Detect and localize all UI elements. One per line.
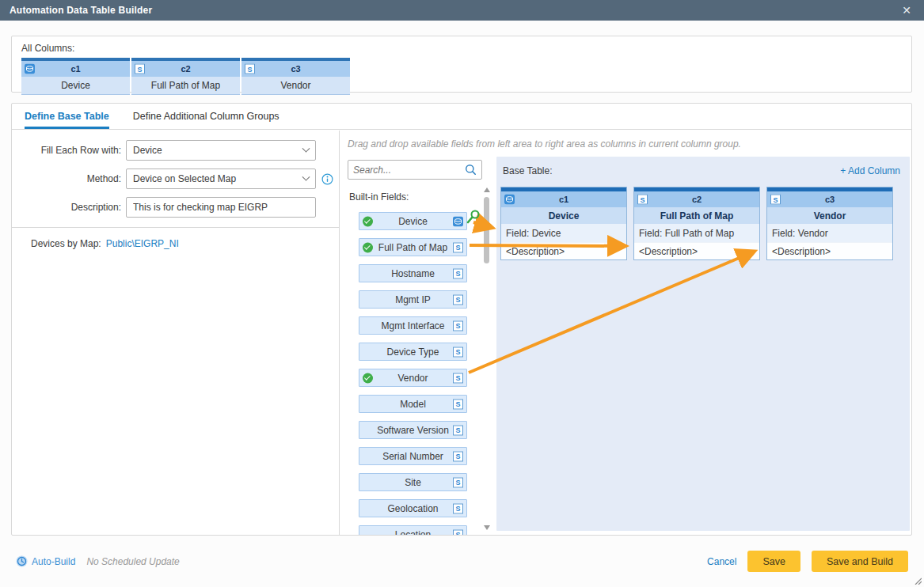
schedule-status: No Scheduled Update <box>86 556 179 567</box>
tab-bar: Define Base Table Define Additional Colu… <box>12 104 911 130</box>
all-columns-label: All Columns: <box>21 43 902 54</box>
string-type-icon: S <box>453 320 463 331</box>
column-description[interactable]: <Description> <box>767 242 892 259</box>
column-name: Vendor <box>241 77 350 94</box>
chevron-down-icon <box>302 172 310 180</box>
string-type-icon: S <box>135 64 145 74</box>
available-fields-panel: Built-in Fields: Device Full Path of Map… <box>348 160 490 535</box>
column-name: Full Path of Map <box>634 207 759 224</box>
fill-each-row-select[interactable]: Device <box>126 140 316 161</box>
devices-by-map-label: Devices by Map: <box>31 238 101 249</box>
string-type-icon: S <box>637 195 648 205</box>
search-input[interactable] <box>353 165 465 176</box>
column-description[interactable]: <Description> <box>634 242 759 259</box>
string-type-icon: S <box>453 451 463 461</box>
selected-check-icon <box>363 242 373 252</box>
column-name: Device <box>501 207 626 224</box>
column-id: c3 <box>291 64 300 74</box>
column-card-c3[interactable]: S c3 Vendor Field: Vendor <Description> <box>766 187 893 260</box>
column-id: c2 <box>181 64 190 74</box>
field-serial-number[interactable]: Serial Number S <box>359 447 467 465</box>
base-table-panel: Base Table: + Add Column c1 Device Fi <box>496 157 910 531</box>
all-columns-table: c1 Device S c2 Full Path of Map S c3 Ven… <box>21 58 902 95</box>
string-type-icon: S <box>453 425 463 435</box>
string-type-icon: S <box>453 294 463 305</box>
save-button[interactable]: Save <box>747 551 800 572</box>
field-software-version[interactable]: Software Version S <box>359 421 467 439</box>
divider <box>12 227 339 228</box>
clock-icon <box>16 555 28 567</box>
all-columns-col-c3[interactable]: S c3 Vendor <box>241 58 350 95</box>
resize-handle[interactable] <box>914 577 922 585</box>
method-select[interactable]: Device on Selected Map <box>126 169 316 189</box>
base-table-label: Base Table: <box>503 165 553 176</box>
info-icon[interactable] <box>321 173 333 185</box>
tab-define-base-table[interactable]: Define Base Table <box>25 104 109 129</box>
selected-check-icon <box>363 373 373 383</box>
column-name: Full Path of Map <box>131 77 240 94</box>
all-columns-col-c2[interactable]: S c2 Full Path of Map <box>131 58 240 95</box>
built-in-fields-label: Built-in Fields: <box>349 191 490 203</box>
field-mgmt-ip[interactable]: Mgmt IP S <box>359 290 467 309</box>
table-definition-section: Define Base Table Define Additional Colu… <box>11 103 912 536</box>
column-field[interactable]: Field: Device <box>501 224 626 242</box>
column-id: c3 <box>825 195 835 204</box>
column-id: c2 <box>692 195 702 204</box>
field-mgmt-interface[interactable]: Mgmt Interface S <box>359 316 467 335</box>
tab-define-additional-column-groups[interactable]: Define Additional Column Groups <box>133 104 279 129</box>
all-columns-col-c1[interactable]: c1 Device <box>21 58 130 95</box>
column-card-c2[interactable]: S c2 Full Path of Map Field: Full Path o… <box>633 187 760 260</box>
column-name: Device <box>21 77 130 94</box>
column-id: c1 <box>70 64 80 74</box>
device-type-icon <box>504 195 515 205</box>
method-label: Method: <box>12 173 126 184</box>
description-input[interactable] <box>133 202 309 213</box>
drag-drop-hint: Drag and drop available fields from left… <box>348 138 911 150</box>
column-name: Vendor <box>767 207 892 224</box>
string-type-icon: S <box>453 477 463 487</box>
add-column-button[interactable]: + Add Column <box>840 165 900 176</box>
base-table-settings-form: Fill Each Row with: Device Method: Devic… <box>12 131 339 535</box>
string-type-icon: S <box>453 373 463 383</box>
scroll-down-arrow-icon[interactable] <box>484 525 490 530</box>
field-site[interactable]: Site S <box>359 473 467 491</box>
fill-each-row-value: Device <box>133 145 162 156</box>
scrollbar-thumb[interactable] <box>484 197 489 263</box>
auto-build-button[interactable]: Auto-Build <box>16 555 75 567</box>
field-geolocation[interactable]: Geolocation S <box>359 499 467 517</box>
field-device-type[interactable]: Device Type S <box>359 343 467 361</box>
cancel-button[interactable]: Cancel <box>707 556 736 567</box>
device-type-icon <box>25 64 35 74</box>
search-icon[interactable] <box>465 164 477 176</box>
description-field-wrap <box>126 197 316 218</box>
devices-by-map-link[interactable]: Public\EIGRP_NI <box>106 238 179 249</box>
device-type-icon <box>453 216 463 226</box>
column-id: c1 <box>559 195 568 204</box>
column-field[interactable]: Field: Vendor <box>767 224 892 242</box>
field-hostname[interactable]: Hostname S <box>359 264 467 282</box>
string-type-icon: S <box>453 347 463 357</box>
field-search-box <box>348 160 482 180</box>
field-full-path-of-map[interactable]: Full Path of Map S <box>359 238 467 256</box>
method-value: Device on Selected Map <box>133 173 236 184</box>
all-columns-section: All Columns: c1 Device S c2 Full Path of… <box>11 36 912 93</box>
column-card-c1[interactable]: c1 Device Field: Device <Description> <box>500 187 627 260</box>
string-type-icon: S <box>770 195 781 205</box>
string-type-icon: S <box>453 242 463 252</box>
field-model[interactable]: Model S <box>359 395 467 413</box>
column-builder-area: Drag and drop available fields from left… <box>339 131 911 535</box>
column-description[interactable]: <Description> <box>501 242 626 259</box>
string-type-icon: S <box>453 268 463 278</box>
field-location[interactable]: Location S <box>359 525 467 535</box>
scroll-up-arrow-icon[interactable] <box>484 187 490 192</box>
field-vendor[interactable]: Vendor S <box>359 369 467 387</box>
dialog-footer: Auto-Build No Scheduled Update Cancel Sa… <box>0 536 924 587</box>
close-icon[interactable]: ✕ <box>899 5 914 16</box>
string-type-icon: S <box>453 503 463 513</box>
field-device[interactable]: Device <box>359 212 467 230</box>
dialog-titlebar: Automation Data Table Builder ✕ <box>0 0 924 21</box>
save-and-build-button[interactable]: Save and Build <box>812 551 908 572</box>
fields-scrollbar[interactable] <box>483 186 491 532</box>
string-type-icon: S <box>453 529 463 535</box>
column-field[interactable]: Field: Full Path of Map <box>634 224 759 242</box>
